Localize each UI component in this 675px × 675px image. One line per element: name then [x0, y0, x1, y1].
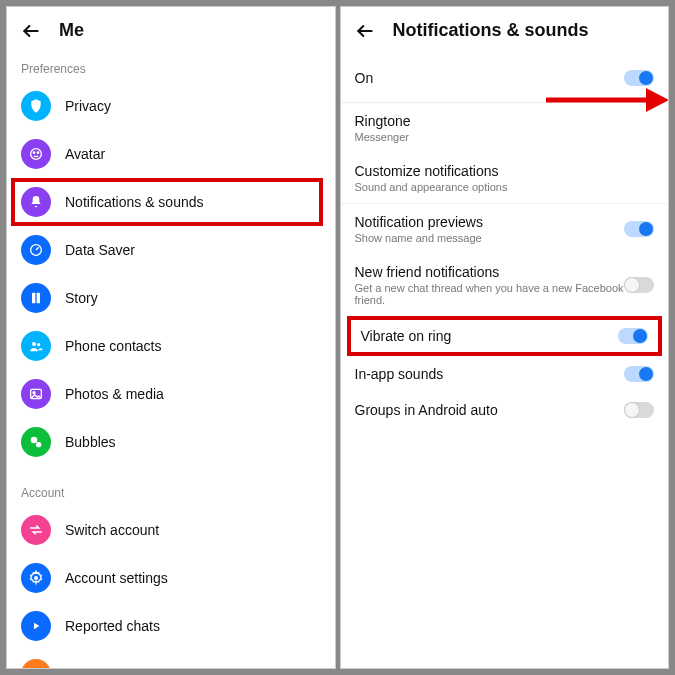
row-title: On [355, 70, 374, 86]
item-label: Account settings [65, 570, 168, 586]
row-new-friend[interactable]: New friend notifications Get a new chat … [341, 254, 669, 316]
row-customize[interactable]: Customize notifications Sound and appear… [341, 153, 669, 203]
item-data-saver[interactable]: Data Saver [7, 226, 335, 274]
row-vibrate[interactable]: Vibrate on ring [351, 320, 659, 352]
item-bubbles[interactable]: Bubbles [7, 418, 335, 466]
item-label: Avatar [65, 146, 105, 162]
bubble-icon [21, 427, 51, 457]
play-icon [21, 611, 51, 641]
toggle-on[interactable] [624, 70, 654, 86]
svg-point-3 [37, 152, 38, 153]
item-report-problem[interactable]: Report Technical Problem [7, 650, 335, 669]
page-title: Notifications & sounds [393, 20, 589, 41]
row-title: New friend notifications [355, 264, 625, 280]
gauge-icon [21, 235, 51, 265]
back-icon[interactable] [355, 21, 375, 41]
item-avatar[interactable]: Avatar [7, 130, 335, 178]
svg-point-10 [33, 392, 35, 394]
item-label: Phone contacts [65, 338, 162, 354]
item-privacy[interactable]: Privacy [7, 82, 335, 130]
svg-marker-14 [34, 623, 39, 630]
back-icon[interactable] [21, 21, 41, 41]
page-title: Me [59, 20, 84, 41]
row-title: Customize notifications [355, 163, 508, 179]
item-photos-media[interactable]: Photos & media [7, 370, 335, 418]
toggle-new-friend[interactable] [624, 277, 654, 293]
svg-point-7 [32, 342, 36, 346]
me-settings-panel: Me Preferences Privacy Avatar Notificati… [6, 6, 336, 669]
row-groups-auto[interactable]: Groups in Android auto [341, 392, 669, 428]
bell-icon [21, 187, 51, 217]
row-sub: Messenger [355, 131, 411, 143]
item-phone-contacts[interactable]: Phone contacts [7, 322, 335, 370]
story-icon [21, 283, 51, 313]
item-story[interactable]: Story [7, 274, 335, 322]
row-previews[interactable]: Notification previews Show name and mess… [341, 203, 669, 254]
item-label: Bubbles [65, 434, 116, 450]
row-sub: Show name and message [355, 232, 483, 244]
image-icon [21, 379, 51, 409]
row-title: Groups in Android auto [355, 402, 498, 418]
warning-icon [21, 659, 51, 669]
header: Notifications & sounds [341, 7, 669, 54]
section-preferences: Preferences [7, 54, 335, 82]
face-icon [21, 139, 51, 169]
svg-point-12 [36, 442, 41, 447]
row-sub: Sound and appearance options [355, 181, 508, 193]
row-title: Vibrate on ring [361, 328, 452, 344]
item-label: Photos & media [65, 386, 164, 402]
row-title: In-app sounds [355, 366, 444, 382]
contacts-icon [21, 331, 51, 361]
svg-point-2 [33, 152, 34, 153]
svg-rect-5 [32, 293, 35, 304]
toggle-inapp[interactable] [624, 366, 654, 382]
svg-point-13 [34, 576, 38, 580]
switch-icon [21, 515, 51, 545]
row-sub: Get a new chat thread when you have a ne… [355, 282, 625, 306]
item-label: Story [65, 290, 98, 306]
svg-point-8 [37, 343, 40, 346]
svg-rect-6 [37, 293, 40, 304]
item-reported-chats[interactable]: Reported chats [7, 602, 335, 650]
svg-marker-17 [646, 88, 669, 112]
item-label: Notifications & sounds [65, 194, 204, 210]
arrow-annotation [541, 85, 670, 115]
item-switch-account[interactable]: Switch account [7, 506, 335, 554]
svg-point-11 [31, 437, 38, 444]
header: Me [7, 7, 335, 54]
toggle-previews[interactable] [624, 221, 654, 237]
item-label: Privacy [65, 98, 111, 114]
item-label: Reported chats [65, 618, 160, 634]
svg-point-1 [31, 149, 42, 160]
row-inapp[interactable]: In-app sounds [341, 356, 669, 392]
shield-icon [21, 91, 51, 121]
item-account-settings[interactable]: Account settings [7, 554, 335, 602]
toggle-groups-auto[interactable] [624, 402, 654, 418]
gear-icon [21, 563, 51, 593]
item-label: Report Technical Problem [65, 666, 225, 669]
highlight-vibrate: Vibrate on ring [347, 316, 663, 356]
section-account: Account [7, 478, 335, 506]
row-title: Ringtone [355, 113, 411, 129]
item-label: Data Saver [65, 242, 135, 258]
row-title: Notification previews [355, 214, 483, 230]
toggle-vibrate[interactable] [618, 328, 648, 344]
notifications-sounds-panel: Notifications & sounds On Ringtone Messe… [340, 6, 670, 669]
item-label: Switch account [65, 522, 159, 538]
item-notifications-sounds[interactable]: Notifications & sounds [11, 178, 323, 226]
